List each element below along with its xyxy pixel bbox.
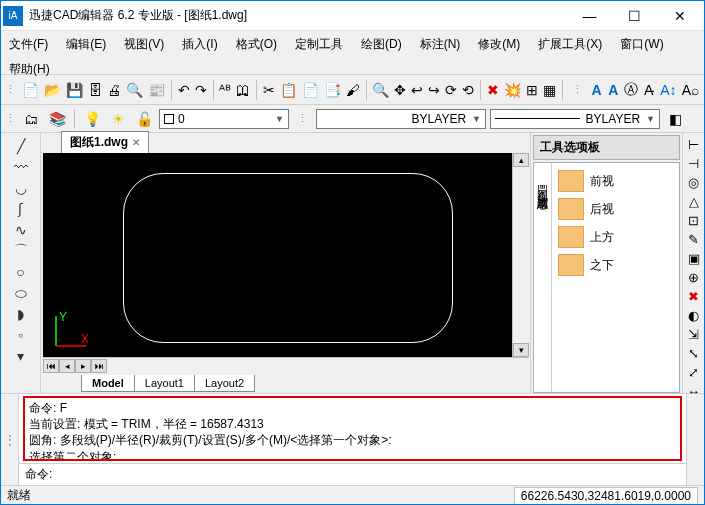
menu-insert[interactable]: 插入(I)	[180, 34, 219, 55]
scroll-prev[interactable]: ◂	[59, 359, 75, 373]
new-button[interactable]: 📄	[21, 79, 40, 101]
refresh-button[interactable]: ⟲	[461, 79, 475, 101]
cmd-scrollbar[interactable]	[686, 394, 704, 485]
mod-8[interactable]: ⊕	[685, 270, 703, 285]
text-a1[interactable]: A	[590, 79, 604, 101]
menu-view[interactable]: 视图(V)	[122, 34, 166, 55]
navback-button[interactable]: ↩	[410, 79, 424, 101]
text-a2[interactable]: A	[606, 79, 620, 101]
mod-3[interactable]: ◎	[685, 175, 703, 190]
mod-9[interactable]: ✖	[685, 289, 703, 304]
mod-6[interactable]: ✎	[685, 232, 703, 247]
cmd-grip[interactable]: ⋮	[1, 394, 19, 485]
mod-13[interactable]: ⤢	[685, 365, 703, 380]
layout-tab-model[interactable]: Model	[81, 375, 135, 392]
scroll-first[interactable]: ⏮	[43, 359, 59, 373]
cut-button[interactable]: ✂	[262, 79, 276, 101]
delete-button[interactable]: ✖	[486, 79, 500, 101]
text-a4[interactable]: A̶	[642, 79, 656, 101]
text-a3[interactable]: Ⓐ	[623, 79, 639, 101]
menu-dimension[interactable]: 标注(N)	[418, 34, 463, 55]
palette-item[interactable]: 上方	[556, 223, 675, 251]
preview-button[interactable]: 🔍	[125, 79, 144, 101]
pan-button[interactable]: ✥	[393, 79, 407, 101]
canvas-scrollbar-h[interactable]: ⏮ ◂ ▸ ⏭	[43, 357, 528, 373]
mod-5[interactable]: ⊡	[685, 213, 703, 228]
pline-tool[interactable]: 〰	[12, 158, 30, 176]
menu-format[interactable]: 格式(O)	[234, 34, 279, 55]
maximize-button[interactable]: ☐	[612, 2, 657, 30]
menu-draw[interactable]: 绘图(D)	[359, 34, 404, 55]
explode-button[interactable]: 💥	[503, 79, 522, 101]
lineweight-dropdown[interactable]: BYLAYER ▼	[490, 109, 660, 129]
layer-manager-button[interactable]: 🗂	[20, 108, 42, 130]
palette-item[interactable]: 后视	[556, 195, 675, 223]
menu-window[interactable]: 窗口(W)	[618, 34, 665, 55]
spline-tool[interactable]: ∿	[12, 221, 30, 239]
circle-tool[interactable]: ○	[12, 263, 30, 281]
ellipse-tool[interactable]: ⬭	[12, 284, 30, 302]
command-input[interactable]: 命令:	[19, 463, 686, 485]
mod-11[interactable]: ⇲	[685, 327, 703, 342]
freeze-icon[interactable]: ☀	[107, 108, 129, 130]
text-a6[interactable]: A⌕	[681, 79, 700, 101]
saveall-button[interactable]: 🗄	[87, 79, 103, 101]
text-a5[interactable]: A↕	[659, 79, 677, 101]
minimize-button[interactable]: ―	[567, 2, 612, 30]
arc2-tool[interactable]: ⌒	[12, 242, 30, 260]
drawing-canvas[interactable]: Y X ▴ ▾	[43, 153, 528, 357]
bulb-icon[interactable]: 💡	[81, 108, 103, 130]
layout-tab-2[interactable]: Layout2	[194, 375, 255, 392]
scroll-last[interactable]: ⏭	[91, 359, 107, 373]
canvas-scrollbar-v[interactable]: ▴ ▾	[512, 153, 528, 357]
mod-7[interactable]: ▣	[685, 251, 703, 266]
line-tool[interactable]: ╱	[12, 137, 30, 155]
spell-button[interactable]: ᴬᴮ	[218, 79, 232, 101]
palette-item[interactable]: 前视	[556, 167, 675, 195]
close-button[interactable]: ✕	[657, 2, 702, 30]
point-tool[interactable]: ▾	[12, 347, 30, 365]
mod-12[interactable]: ⤡	[685, 346, 703, 361]
rotate-button[interactable]: ⟳	[444, 79, 458, 101]
misc1-button[interactable]: ⊞	[525, 79, 539, 101]
zoom-button[interactable]: 🔍	[371, 79, 390, 101]
document-tab[interactable]: 图纸1.dwg ✕	[61, 131, 149, 153]
tab-close-icon[interactable]: ✕	[132, 137, 140, 148]
misc2-button[interactable]: ▦	[542, 79, 557, 101]
menu-ext[interactable]: 扩展工具(X)	[536, 34, 604, 55]
arc-tool[interactable]: ◡	[12, 179, 30, 197]
paste-button[interactable]: 📄	[301, 79, 320, 101]
matchprop-button[interactable]: 🖌	[345, 79, 361, 101]
palette-group-3[interactable]: 三维动态观…	[534, 185, 551, 204]
palette-group-1[interactable]: 画	[534, 169, 551, 177]
find-button[interactable]: 🕮	[235, 79, 251, 101]
pastespec-button[interactable]: 📑	[323, 79, 342, 101]
menu-modify[interactable]: 修改(M)	[476, 34, 522, 55]
freehand-tool[interactable]: ʃ	[12, 200, 30, 218]
layer-states-button[interactable]: 📚	[46, 108, 68, 130]
scroll-next[interactable]: ▸	[75, 359, 91, 373]
plot-button[interactable]: 📰	[147, 79, 166, 101]
mod-10[interactable]: ◐	[685, 308, 703, 323]
donut-tool[interactable]: ◦	[12, 326, 30, 344]
save-button[interactable]: 💾	[65, 79, 84, 101]
copy-button[interactable]: 📋	[279, 79, 298, 101]
layout-tab-1[interactable]: Layout1	[134, 375, 195, 392]
menu-custom[interactable]: 定制工具	[293, 34, 345, 55]
lock-icon[interactable]: 🔓	[133, 108, 155, 130]
menu-help[interactable]: 帮助(H)	[7, 59, 52, 80]
palette-item[interactable]: 之下	[556, 251, 675, 279]
layer-dropdown[interactable]: 0 ▼	[159, 109, 289, 129]
navfwd-button[interactable]: ↪	[427, 79, 441, 101]
redo-button[interactable]: ↷	[194, 79, 208, 101]
linetype-dropdown[interactable]: BYLAYER ▼	[316, 109, 486, 129]
color-picker-button[interactable]: ◧	[664, 108, 686, 130]
ellipsearc-tool[interactable]: ◗	[12, 305, 30, 323]
open-button[interactable]: 📂	[43, 79, 62, 101]
menu-file[interactable]: 文件(F)	[7, 34, 50, 55]
mod-1[interactable]: ⊢	[685, 137, 703, 152]
menu-edit[interactable]: 编辑(E)	[64, 34, 108, 55]
mod-2[interactable]: ⊣	[685, 156, 703, 171]
palette-group-2[interactable]: 视图	[534, 177, 551, 185]
undo-button[interactable]: ↶	[177, 79, 191, 101]
